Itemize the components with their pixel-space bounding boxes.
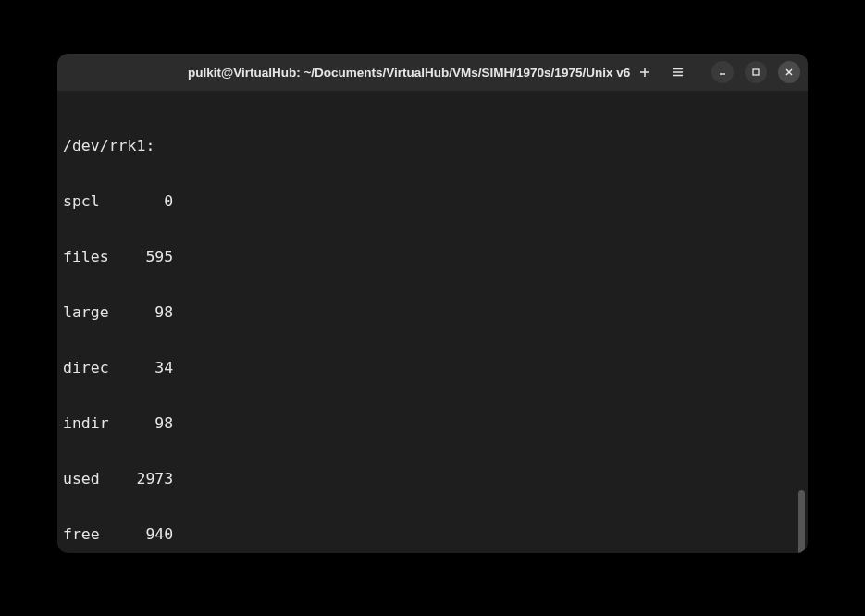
titlebar-controls <box>634 61 800 83</box>
menu-button[interactable] <box>667 61 689 83</box>
close-icon <box>785 68 794 77</box>
maximize-button[interactable] <box>745 61 767 83</box>
maximize-icon <box>751 68 760 77</box>
minimize-button[interactable] <box>711 61 734 83</box>
plus-icon <box>638 66 651 79</box>
new-tab-button[interactable] <box>634 61 656 83</box>
terminal-window: pulkit@VirtualHub: ~/Documents/VirtualHu… <box>57 54 808 553</box>
terminal-line: spcl 0 <box>63 192 802 211</box>
hamburger-icon <box>672 66 685 79</box>
scrollbar-thumb[interactable] <box>798 490 805 553</box>
terminal-line: indir 98 <box>63 414 802 433</box>
terminal-body[interactable]: /dev/rrk1: spcl 0 files 595 large 98 dir… <box>57 91 808 553</box>
terminal-line: free 940 <box>63 525 802 544</box>
terminal-line: /dev/rrk1: <box>63 137 802 155</box>
terminal-line: direc 34 <box>63 359 802 377</box>
window-controls <box>711 61 800 83</box>
terminal-line: used 2973 <box>63 470 802 488</box>
titlebar: pulkit@VirtualHub: ~/Documents/VirtualHu… <box>57 54 808 91</box>
terminal-line: large 98 <box>63 303 802 322</box>
terminal-line: files 595 <box>63 248 802 266</box>
minimize-icon <box>718 68 727 77</box>
window-title: pulkit@VirtualHub: ~/Documents/VirtualHu… <box>188 66 630 80</box>
svg-rect-0 <box>753 69 759 75</box>
close-button[interactable] <box>778 61 800 83</box>
